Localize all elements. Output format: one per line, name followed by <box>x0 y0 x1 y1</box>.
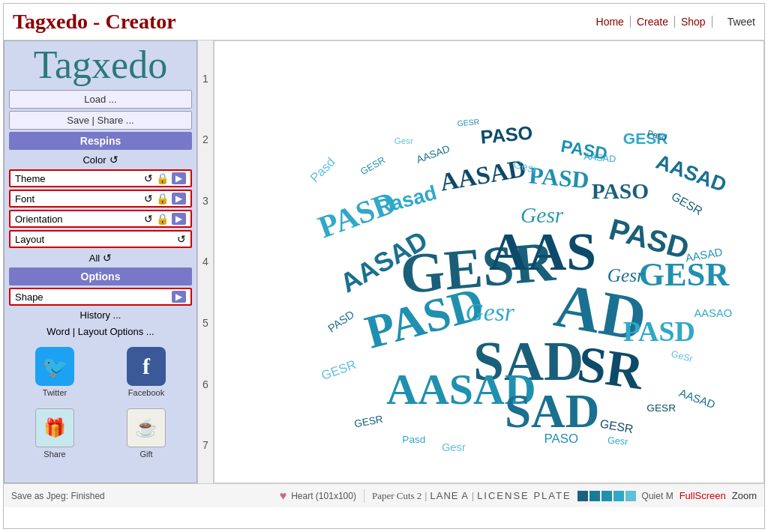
step-numbers: 1 2 3 4 5 6 7 <box>197 40 214 483</box>
font2-label: LANE A <box>430 490 469 501</box>
twitter-label: Twitter <box>43 388 67 397</box>
color-swatch[interactable] <box>626 491 636 501</box>
font-lock-icon[interactable]: 🔒 <box>156 193 169 205</box>
svg-text:PASO: PASO <box>479 122 533 148</box>
shape-label: Shape <box>15 291 44 303</box>
svg-text:GESR: GESR <box>457 117 480 128</box>
gift-button[interactable]: ☕ Gift <box>127 408 166 459</box>
theme-label: Theme <box>15 173 45 184</box>
svg-text:Gesr: Gesr <box>608 265 644 285</box>
shape-play-button[interactable]: ▶ <box>172 291 186 303</box>
theme-icons: ↺ 🔒 ▶ <box>144 172 186 184</box>
load-button[interactable]: Load ... <box>9 90 192 109</box>
twitter-button[interactable]: 🐦 Twitter <box>35 347 74 397</box>
tagxedo-logo: Tagxedo <box>9 46 192 85</box>
shape-info: ♥ Heart (101x100) <box>280 489 364 503</box>
layout-control[interactable]: Layout ↺ <box>9 230 192 248</box>
svg-text:Gesr: Gesr <box>465 298 514 326</box>
svg-text:SAD: SAD <box>505 385 599 438</box>
word-layout-control[interactable]: Word | Layout Options ... <box>9 324 192 339</box>
theme-play-button[interactable]: ▶ <box>172 172 186 184</box>
header-nav: Home Create Shop Tweet <box>590 16 755 28</box>
svg-text:GESR: GESR <box>358 154 387 177</box>
facebook-button[interactable]: f Facebook <box>127 347 166 397</box>
sep1: | <box>424 491 427 501</box>
font-control[interactable]: Font ↺ 🔒 ▶ <box>9 190 192 208</box>
sidebar: Tagxedo Load ... Save | Share ... Respin… <box>4 40 197 483</box>
svg-text:PASO: PASO <box>592 179 649 203</box>
font1-label: Paper Cuts 2 <box>372 490 422 502</box>
canvas-area[interactable]: GESR AAS AD PASD SAD SR AASAD SAD PASD P… <box>214 40 764 483</box>
bottom-bar: Save as Jpeg: Finished ♥ Heart (101x100)… <box>4 483 764 507</box>
color-swatches[interactable] <box>578 491 636 501</box>
nav-tweet[interactable]: Tweet <box>712 16 755 28</box>
facebook-label: Facebook <box>128 388 164 397</box>
color-swatch[interactable] <box>578 491 588 501</box>
word-layout-label: Word | Layout Options ... <box>46 326 154 337</box>
svg-text:GESR: GESR <box>646 402 676 414</box>
nav-create[interactable]: Create <box>631 16 675 28</box>
svg-text:PASO: PASO <box>544 432 578 446</box>
orientation-respin-icon[interactable]: ↺ <box>144 213 153 225</box>
step-3: 3 <box>202 195 208 207</box>
color-respin-icon[interactable]: ↺ <box>110 154 118 166</box>
heart-icon: ♥ <box>280 489 287 503</box>
color-swatch[interactable] <box>614 491 624 501</box>
gift-label: Gift <box>140 450 152 459</box>
font-respin-icon[interactable]: ↺ <box>144 193 153 205</box>
save-status: Save as Jpeg: Finished <box>11 491 280 501</box>
step-1: 1 <box>202 73 208 85</box>
nav-shop[interactable]: Shop <box>675 16 712 28</box>
gift-icon: ☕ <box>127 408 166 447</box>
step-7: 7 <box>202 439 208 451</box>
share-button[interactable]: 🎁 Share <box>35 408 74 459</box>
color-control[interactable]: Color ↺ <box>9 152 192 167</box>
svg-text:Gesr: Gesr <box>608 435 628 447</box>
svg-text:GESR: GESR <box>599 417 634 436</box>
layout-respin-icon[interactable]: ↺ <box>177 233 186 245</box>
shape-name: Heart (101x100) <box>291 491 356 501</box>
orientation-lock-icon[interactable]: 🔒 <box>156 213 169 225</box>
font-icons: ↺ 🔒 ▶ <box>144 193 186 205</box>
twitter-icon: 🐦 <box>35 347 74 386</box>
font-info: Paper Cuts 2 | LANE A | LICENSE PLATE <box>372 490 572 502</box>
title-main: Tagxedo <box>13 10 88 33</box>
zoom-button[interactable]: Zoom <box>732 490 757 501</box>
layout-icons: ↺ <box>177 233 186 245</box>
shape-control[interactable]: Shape ▶ <box>9 288 192 306</box>
fullscreen-button[interactable]: FullScreen <box>680 490 726 501</box>
color-swatch[interactable] <box>602 491 612 501</box>
sep2: | <box>472 491 474 501</box>
svg-text:Gesr: Gesr <box>442 441 466 453</box>
svg-text:GESR: GESR <box>669 190 704 217</box>
theme-control[interactable]: Theme ↺ 🔒 ▶ <box>9 169 192 187</box>
options-header: Options <box>9 267 192 285</box>
history-control[interactable]: History ... <box>9 308 192 322</box>
facebook-icon: f <box>127 347 166 386</box>
svg-text:AASAD: AASAD <box>653 150 730 196</box>
svg-text:GESR: GESR <box>353 414 384 430</box>
all-control[interactable]: All ↺ <box>9 250 192 265</box>
step-2: 2 <box>202 133 208 145</box>
orientation-control[interactable]: Orientation ↺ 🔒 ▶ <box>9 210 192 228</box>
step-5: 5 <box>202 317 208 329</box>
svg-text:AASAD: AASAD <box>584 151 616 165</box>
svg-text:AASAO: AASAO <box>694 307 732 319</box>
font-play-button[interactable]: ▶ <box>172 193 186 205</box>
step-6: 6 <box>202 378 208 390</box>
all-label: All <box>89 253 100 264</box>
svg-text:GeSr: GeSr <box>670 348 694 364</box>
social-icons-row: 🐦 Twitter f Facebook <box>9 347 192 397</box>
color-swatch[interactable] <box>590 491 600 501</box>
orientation-icons: ↺ 🔒 ▶ <box>144 213 186 225</box>
svg-text:PASD: PASD <box>623 315 695 347</box>
all-respin-icon[interactable]: ↺ <box>103 252 112 264</box>
theme-respin-icon[interactable]: ↺ <box>144 172 153 184</box>
color-label: Color <box>82 154 106 166</box>
theme-lock-icon[interactable]: 🔒 <box>156 172 169 184</box>
svg-text:Pasd: Pasd <box>402 434 425 445</box>
orientation-play-button[interactable]: ▶ <box>172 213 186 225</box>
font3-label: LICENSE PLATE <box>477 490 571 501</box>
nav-home[interactable]: Home <box>590 16 631 28</box>
save-share-button[interactable]: Save | Share ... <box>9 111 192 130</box>
